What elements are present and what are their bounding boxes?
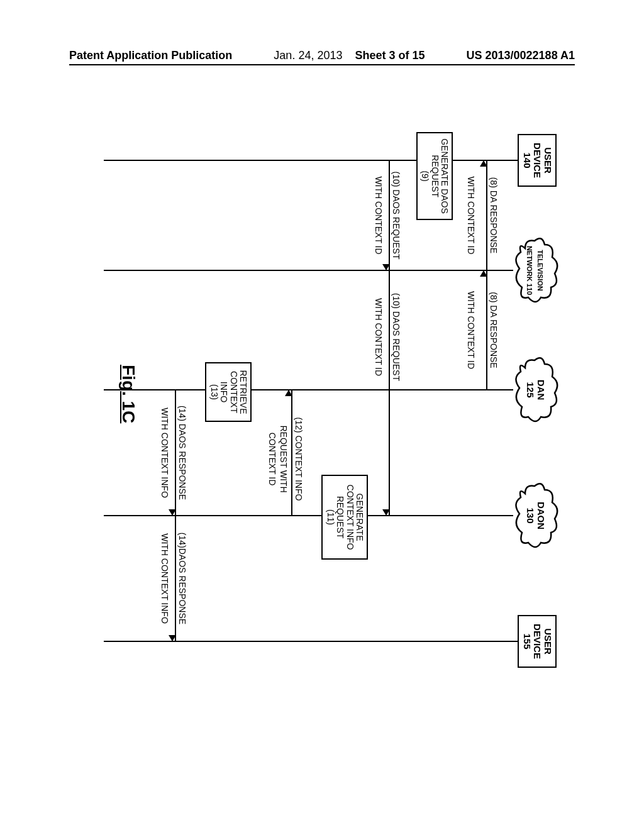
plain-text: DAN: [536, 380, 547, 401]
plain-text: USER: [543, 147, 553, 174]
plain-text: 130: [526, 507, 536, 523]
msg-label: CONTEXT ID: [267, 403, 277, 515]
plain-text: 140: [522, 152, 533, 168]
arrow-8-dan-to-tv: (8) DA RESPONSE WITH CONTEXT ID: [486, 271, 487, 389]
msg-label: (14)DAOS RESPONSE: [177, 516, 187, 641]
plain-text: DEVICE: [533, 143, 543, 178]
header-rule: [69, 64, 575, 65]
msg-label: WITH CONTEXT ID: [374, 271, 384, 403]
figure-wrapper: USER DEVICE 140 TELEVISION NETWORK 110 D…: [82, 119, 560, 704]
msg-label: WITH CONTEXT INFO: [160, 390, 170, 515]
plain-text: RETRIEVE: [238, 370, 248, 414]
msg-label: WITH CONTEXT ID: [374, 161, 384, 270]
arrow-14-dan-to-daon: (14) DAOS RESPONSE WITH CONTEXT INFO: [175, 390, 176, 515]
msg-label: (8) DA RESPONSE: [489, 271, 499, 389]
arrow-10-tv-to-daon: (10) DAOS REQUEST WITH CONTEXT ID: [389, 271, 390, 515]
msg-label: (12) CONTEXT INFO: [294, 403, 304, 515]
header-docnum: US 2013/0022188 A1: [467, 49, 575, 62]
msg-label: (8) DA RESPONSE: [489, 161, 499, 270]
arrow-12-daon-to-dan: (12) CONTEXT INFO REQUEST WITH CONTEXT I…: [291, 390, 292, 515]
node-dan-125: DAN 125: [513, 355, 560, 424]
process-9-generate-daos-request: GENERATE DAOS REQUEST (9): [416, 132, 453, 220]
page-header: Patent Application Publication Jan. 24, …: [0, 49, 644, 62]
sequence-diagram: USER DEVICE 140 TELEVISION NETWORK 110 D…: [82, 119, 560, 704]
header-date: Jan. 24, 2013: [274, 49, 342, 62]
msg-label: (10) DAOS REQUEST: [391, 161, 401, 270]
msg-label: REQUEST WITH: [279, 403, 289, 515]
header-left: Patent Application Publication: [69, 49, 232, 62]
plain-text: TELEVISION: [536, 250, 544, 290]
plain-text: DEVICE: [533, 624, 543, 659]
plain-text: REQUEST: [335, 496, 345, 539]
plain-text: CONTEXT: [229, 371, 239, 413]
lifeline-tv110: [104, 270, 513, 271]
arrow-10-ud140-to-tv: (10) DAOS REQUEST WITH CONTEXT ID: [389, 161, 390, 270]
plain-text: (13): [209, 384, 219, 400]
msg-label: WITH CONTEXT ID: [466, 161, 476, 270]
figure-caption: Fig. 1C: [118, 365, 138, 423]
plain-text: GENERATE DAOS: [440, 138, 450, 214]
msg-label: (10) DAOS REQUEST: [391, 271, 401, 403]
msg-label: (14) DAOS RESPONSE: [177, 390, 187, 515]
node-television-network-110: TELEVISION NETWORK 110: [513, 236, 560, 305]
node-user-device-155: USER DEVICE 155: [518, 615, 557, 668]
plain-text: 155: [522, 633, 533, 649]
plain-text: 125: [526, 382, 536, 397]
node-user-device-140: USER DEVICE 140: [518, 134, 557, 187]
plain-text: DAON: [536, 502, 547, 529]
plain-text: NETWORK 110: [526, 246, 534, 295]
node-daon-130: DAON 130: [513, 481, 560, 550]
header-sheet: Sheet 3 of 15: [355, 49, 425, 62]
lifeline-ud155: [104, 641, 519, 642]
arrow-14-daon-to-ud155: (14)DAOS RESPONSE WITH CONTEXT INFO: [175, 516, 176, 641]
msg-label: WITH CONTEXT INFO: [160, 516, 170, 641]
plain-text: INFO: [219, 382, 229, 402]
plain-text: (9): [420, 170, 430, 181]
plain-text: CONTEXT INFO: [345, 485, 355, 550]
lifeline-ud140: [104, 160, 519, 161]
process-13-retrieve-context-info: RETRIEVE CONTEXT INFO (13): [205, 362, 252, 422]
plain-text: GENERATE: [355, 494, 365, 541]
plain-text: USER: [543, 628, 553, 655]
msg-label: WITH CONTEXT ID: [466, 271, 476, 389]
arrow-8-tv-to-ud140: (8) DA RESPONSE WITH CONTEXT ID: [486, 161, 487, 270]
process-11-generate-context-info-request: GENERATE CONTEXT INFO REQUEST (11): [321, 475, 368, 560]
plain-text: REQUEST: [430, 155, 440, 197]
plain-text: (11): [326, 509, 336, 525]
